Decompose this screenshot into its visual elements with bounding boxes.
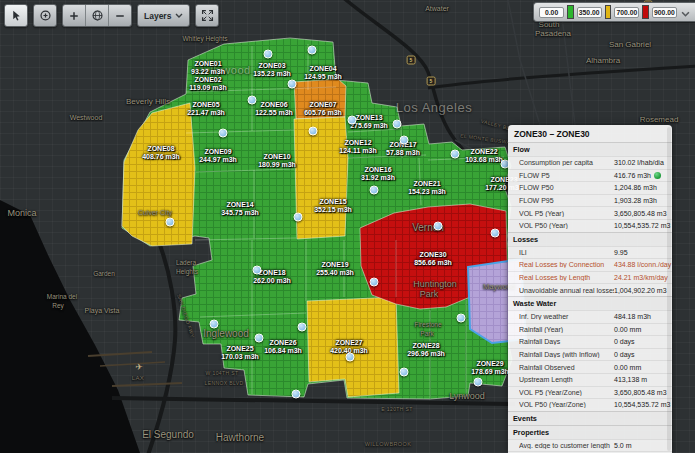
- panel-row-value: 413,138 m: [614, 376, 672, 383]
- map-marker[interactable]: [474, 378, 483, 387]
- map-marker[interactable]: [210, 320, 219, 329]
- panel-row-value: 310.02 l/hab/dia: [614, 159, 672, 166]
- map-marker[interactable]: [434, 222, 443, 231]
- panel-row-label: ILI: [519, 249, 614, 256]
- panel-row: FLOW P501,204.86 m3h: [508, 181, 672, 194]
- zone-label-zone01[interactable]: ZONE0193.22 m3h: [191, 60, 225, 76]
- zone-flow-value: 103.68 m3h: [465, 156, 503, 164]
- zone-label-zone06[interactable]: ZONE06122.55 m3h: [255, 101, 293, 117]
- zone-label-zone22[interactable]: ZONE22103.68 m3h: [465, 148, 503, 164]
- zone-label-zone04[interactable]: ZONE04124.95 m3h: [304, 65, 342, 81]
- place-label: Inglewood: [203, 328, 249, 339]
- zone-flow-value: 31.92 m3h: [361, 174, 395, 182]
- remove-button[interactable]: [109, 5, 131, 26]
- zoom-selection-button[interactable]: [33, 4, 57, 27]
- zone-label-zone12[interactable]: ZONE12124.11 m3h: [339, 139, 376, 155]
- map-marker[interactable]: [255, 334, 264, 343]
- map-marker[interactable]: [400, 136, 409, 145]
- map-marker[interactable]: [400, 368, 409, 377]
- layers-label: Layers: [144, 11, 171, 21]
- zone-label-zone08[interactable]: ZONE08408.76 m3h: [142, 145, 180, 161]
- zone-label-zone26[interactable]: ZONE26106.84 m3h: [264, 339, 302, 355]
- panel-row: Upstream Length413,138 m: [508, 373, 672, 386]
- layers-dropdown[interactable]: Layers: [137, 4, 190, 27]
- map-marker[interactable]: [370, 186, 379, 195]
- zone-name: ZONE25: [221, 345, 259, 353]
- zone-label-zone28[interactable]: ZONE28296.96 m3h: [407, 342, 445, 358]
- legend-value[interactable]: 350.00: [577, 7, 602, 18]
- panel-row-value-text: 5.0 m: [614, 442, 632, 449]
- zone-name: ZONE28: [407, 342, 445, 350]
- zone-flow-value: 170.03 m3h: [221, 353, 259, 361]
- zone-label-zone19[interactable]: ZONE19255.40 m3h: [316, 261, 354, 277]
- zone-label-zone21[interactable]: ZONE21154.23 m3h: [408, 180, 446, 196]
- zone-label-zone30[interactable]: ZONE30856.66 m3h: [414, 251, 452, 267]
- zone-polygon-zone15[interactable]: [294, 117, 348, 239]
- map-marker[interactable]: [451, 150, 460, 159]
- fullscreen-icon: [201, 9, 214, 22]
- zone-label-zone29[interactable]: ZONE29178.69 m3h: [471, 360, 509, 376]
- zone-label-zone14[interactable]: ZONE14345.75 m3h: [221, 201, 259, 217]
- map-marker[interactable]: [298, 323, 307, 332]
- map-marker[interactable]: [393, 120, 402, 129]
- map-marker[interactable]: [248, 96, 257, 105]
- zone-label-zone09[interactable]: ZONE09244.97 m3h: [199, 148, 237, 164]
- zone-name: ZONE16: [361, 166, 395, 174]
- zone-label-zone03[interactable]: ZONE03135.23 m3h: [253, 62, 291, 78]
- zone-label-zone25[interactable]: ZONE25170.03 m3h: [221, 345, 259, 361]
- legend-value[interactable]: 0.00: [539, 7, 564, 18]
- map-marker[interactable]: [370, 278, 379, 287]
- map-marker[interactable]: [346, 353, 355, 362]
- map-marker[interactable]: [292, 390, 301, 399]
- legend-value[interactable]: 700.00: [614, 7, 639, 18]
- zone-label-zone10[interactable]: ZONE10180.99 m3h: [258, 153, 296, 169]
- panel-row-value-text: 434.88 l/conn./day: [614, 261, 671, 268]
- place-label: Los Angeles: [396, 100, 472, 115]
- map-marker[interactable]: [309, 127, 318, 136]
- place-label: Culver City: [138, 209, 172, 216]
- panel-section-header: Losses: [508, 232, 672, 246]
- zone-flow-value: 124.95 m3h: [304, 73, 342, 81]
- map-marker[interactable]: [491, 229, 500, 238]
- map-marker[interactable]: [253, 266, 262, 275]
- legend-chevron[interactable]: [681, 3, 690, 21]
- zone-flow-value: 135.23 m3h: [253, 70, 291, 78]
- map-marker[interactable]: [308, 46, 317, 55]
- map-marker[interactable]: [166, 218, 175, 227]
- zone-label-zone02[interactable]: ZONE02119.09 m3h: [189, 76, 226, 92]
- panel-row-value-text: 1,903.28 m3h: [614, 197, 657, 204]
- globe-button[interactable]: [86, 5, 109, 26]
- map-marker[interactable]: [294, 213, 303, 222]
- map-marker[interactable]: [457, 314, 466, 323]
- place-label: Hawthorne: [216, 432, 264, 443]
- fullscreen-button[interactable]: [195, 4, 219, 27]
- map-marker[interactable]: [219, 129, 228, 138]
- legend-swatch: [642, 5, 648, 19]
- map-marker[interactable]: [264, 50, 273, 59]
- map-marker[interactable]: [348, 116, 357, 125]
- map-marker[interactable]: [288, 80, 297, 89]
- zone-label-zone15[interactable]: ZONE15352.15 m3h: [314, 198, 352, 214]
- place-label: Lynwood: [449, 391, 485, 401]
- place-label: Willowbrook: [365, 441, 412, 447]
- panel-row-label: Unavoidable annual real losses: [519, 287, 614, 294]
- panel-scrollbar[interactable]: [667, 127, 671, 451]
- zone-label-zone16[interactable]: ZONE1631.92 m3h: [361, 166, 395, 182]
- zone-polygon-zone08[interactable]: [122, 103, 195, 246]
- zone-label-zone05[interactable]: ZONE05221.47 m3h: [187, 101, 225, 117]
- panel-row-value-text: 0 days: [614, 338, 635, 345]
- legend-value[interactable]: 900.00: [652, 7, 677, 18]
- zone-flow-value: 856.66 m3h: [414, 259, 452, 267]
- panel-row-value-text: 1,004,902.20 m3: [614, 287, 667, 294]
- add-button[interactable]: [63, 5, 86, 26]
- zone-name: ZONE03: [253, 62, 291, 70]
- zone-flow-value: 262.00 m3h: [253, 277, 291, 285]
- panel-row-label: VOL P5 (Year): [519, 210, 614, 217]
- pointer-tool-button[interactable]: [4, 4, 28, 27]
- panel-row-label: Rainfall (Year): [519, 326, 614, 333]
- place-label: Rosemead: [640, 115, 679, 124]
- zone-info-panel: ZONE30 – ZONE30 FlowConsumption per capi…: [508, 125, 672, 453]
- zone-label-zone07[interactable]: ZONE07605.76 m3h: [304, 101, 342, 117]
- panel-row: Rainfall Days0 days: [508, 335, 672, 348]
- panel-row-value: 1,903.28 m3h: [614, 197, 672, 204]
